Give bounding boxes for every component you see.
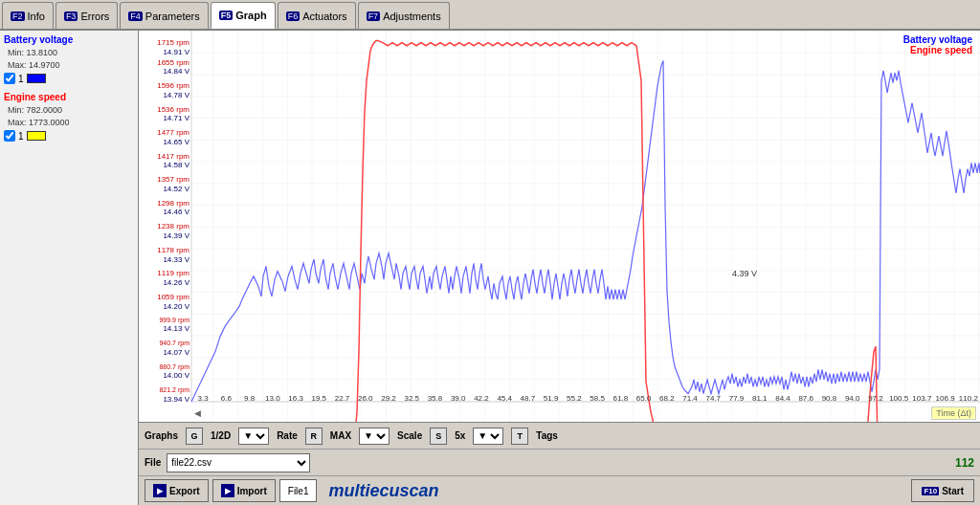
action-row: ▶ Export ▶ Import File1 multiecuscan F10… (139, 476, 980, 505)
engine-section: Engine speed Min: 782.0000 Max: 1773.000… (4, 92, 134, 142)
import-label: Import (237, 486, 267, 496)
tab-errors[interactable]: F3 Errors (56, 2, 118, 29)
half2d-label: 1/2D (211, 430, 231, 441)
file-select[interactable]: file22.csv (167, 453, 310, 472)
tab-adjustments-label: Adjustments (383, 11, 441, 22)
graphs-label: Graphs (145, 430, 178, 441)
scale-s-button[interactable]: S (430, 428, 447, 445)
battery-checkbox[interactable] (4, 73, 15, 84)
scale-val-select[interactable]: ▼ (473, 428, 503, 445)
legend-engine-label: Engine speed (903, 45, 972, 55)
scroll-left-arrow[interactable]: ◀ (194, 408, 201, 418)
engine-speed-title: Engine speed (4, 92, 134, 102)
rate-r-button[interactable]: R (305, 428, 323, 445)
battery-number-label: 1 (18, 74, 24, 84)
tab-graph[interactable]: F5 Graph (211, 2, 276, 29)
import-icon: ▶ (221, 484, 234, 497)
tab-graph-label: Graph (235, 10, 266, 21)
tab-key-f3: F3 (64, 11, 78, 21)
export-button[interactable]: ▶ Export (145, 479, 209, 502)
start-key: F10 (922, 487, 939, 495)
battery-voltage-title: Battery voltage (4, 34, 134, 45)
graph-area[interactable]: Battery voltage Engine speed (139, 31, 980, 422)
graph-svg: 4.39 V 1370.0 rpm (139, 31, 980, 422)
tab-adjustments[interactable]: F7 Adjustments (358, 2, 450, 29)
tab-key-f6: F6 (286, 11, 301, 21)
svg-rect-0 (191, 31, 980, 422)
battery-checkbox-row: 1 (4, 73, 134, 84)
import-button[interactable]: ▶ Import (212, 479, 276, 502)
scale-label: Scale (397, 430, 422, 441)
start-button[interactable]: F10 Start (911, 479, 974, 502)
tab-info-label: Info (28, 11, 45, 22)
main-content: Battery voltage Min: 13.8100 Max: 14.970… (0, 31, 980, 505)
scale-value: 5x (455, 430, 465, 441)
tab-key-f2: F2 (11, 11, 25, 21)
tab-parameters[interactable]: F4 Parameters (120, 2, 208, 29)
engine-number-label: 1 (18, 131, 24, 142)
left-panel: Battery voltage Min: 13.8100 Max: 14.970… (0, 31, 139, 505)
file1-label: File1 (279, 479, 318, 502)
engine-min-max: Min: 782.0000 Max: 1773.0000 (4, 104, 134, 128)
file-row: File file22.csv 112 (139, 450, 980, 476)
x-axis-title: Time (Δt) (931, 406, 976, 420)
x-axis-labels: 3.3 6.6 9.8 13.0 16.3 19.5 22.7 26.0 29.… (191, 394, 980, 403)
graph-controls-row: Graphs G 1/2D ▼ Rate R MAX ▼ Scale S 5x … (139, 423, 980, 450)
legend-battery-label: Battery voltage (903, 34, 972, 45)
tags-t-button[interactable]: T (511, 428, 528, 445)
graph-container: Battery voltage Engine speed (139, 31, 980, 505)
bottom-section: Graphs G 1/2D ▼ Rate R MAX ▼ Scale S 5x … (139, 422, 980, 505)
tab-actuators[interactable]: F6 Actuators (278, 2, 356, 29)
tab-parameters-label: Parameters (145, 11, 200, 22)
max-select[interactable]: ▼ (359, 428, 390, 445)
max-label: MAX (330, 430, 351, 441)
start-label: Start (942, 486, 964, 496)
tab-info[interactable]: F2 Info (2, 2, 54, 29)
rate-label: Rate (277, 430, 298, 441)
graphs-g-button[interactable]: G (186, 428, 203, 445)
y-axis-labels: 1715 rpm14.91 V 1655 rpm14.84 V 1596 rpm… (139, 31, 191, 422)
export-icon: ▶ (153, 484, 167, 497)
half2d-select[interactable]: ▼ (238, 428, 269, 445)
tags-label: Tags (536, 430, 558, 441)
tab-actuators-label: Actuators (302, 11, 346, 22)
svg-text:4.39 V: 4.39 V (732, 269, 758, 278)
battery-min: Min: 13.8100 Max: 14.9700 (4, 47, 134, 71)
engine-checkbox-row: 1 (4, 130, 134, 142)
file-label: File (145, 457, 161, 468)
engine-color-swatch (27, 131, 46, 141)
logo: multiecuscan (324, 481, 442, 501)
tab-key-f5: F5 (219, 11, 234, 20)
graph-legend: Battery voltage Engine speed (903, 34, 972, 55)
export-label: Export (169, 486, 200, 496)
tab-key-f4: F4 (128, 11, 143, 21)
engine-checkbox[interactable] (4, 130, 15, 142)
file-number: 112 (955, 456, 974, 470)
tab-key-f7: F7 (367, 11, 381, 21)
tab-errors-label: Errors (80, 11, 109, 22)
tab-bar: F2 Info F3 Errors F4 Parameters F5 Graph… (0, 0, 980, 31)
battery-color-swatch (27, 74, 46, 83)
